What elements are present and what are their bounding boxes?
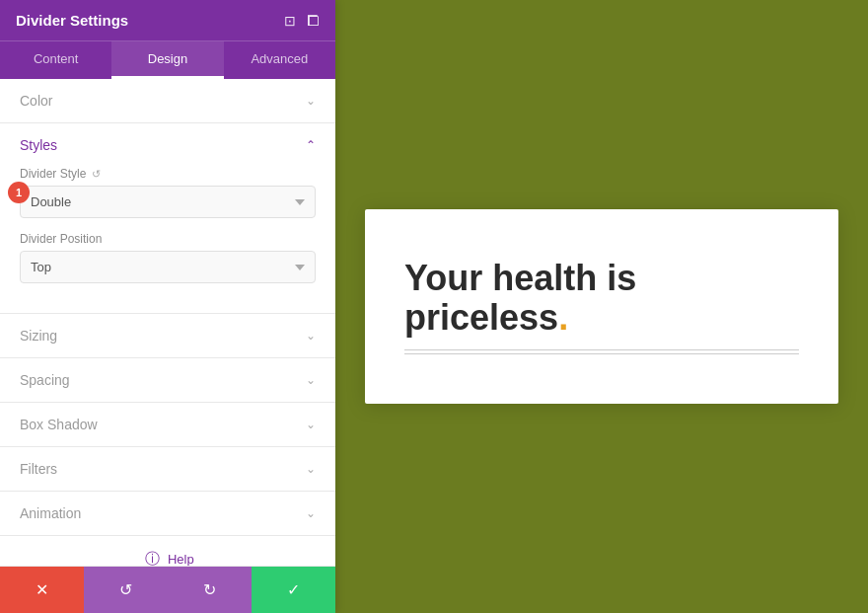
redo-button[interactable]: ↻ [168,567,252,613]
preview-dot: . [558,297,568,338]
preview-area: Your health is priceless. [335,0,868,613]
preview-text-main: Your health is priceless [404,258,636,338]
preview-heading: Your health is priceless. [404,259,799,337]
section-animation: Animation ⌄ [0,492,335,536]
help-label[interactable]: Help [168,552,194,566]
chevron-down-icon: ⌄ [306,506,316,520]
panel-footer: ✕ ↺ ↻ ✓ [0,566,335,613]
chevron-down-icon: ⌄ [306,329,316,343]
section-box-shadow-header[interactable]: Box Shadow ⌄ [0,403,335,446]
settings-panel: Divider Settings ⊡ ⧠ Content Design Adva… [0,0,335,613]
help-icon: ⓘ [145,550,160,566]
undo-button[interactable]: ↺ [84,567,168,613]
section-sizing-label: Sizing [20,328,57,344]
section-sizing-header[interactable]: Sizing ⌄ [0,314,335,357]
styles-content: 1 Divider Style ↺ Solid Dashed Dotted Do… [0,167,335,313]
section-animation-label: Animation [20,505,81,521]
columns-icon[interactable]: ⧠ [306,13,320,29]
divider-style-select[interactable]: Solid Dashed Dotted Double [20,186,316,218]
section-color-label: Color [20,93,52,109]
tab-content[interactable]: Content [0,41,111,79]
section-color-header[interactable]: Color ⌄ [0,79,335,122]
panel-tabs: Content Design Advanced [0,40,335,79]
section-styles-header[interactable]: Styles ⌃ [0,123,335,167]
divider-line-2 [404,353,799,354]
chevron-down-icon: ⌄ [306,462,316,476]
section-styles: Styles ⌃ 1 Divider Style ↺ Solid Dashed … [0,123,335,314]
chevron-down-icon: ⌄ [306,94,316,108]
section-styles-label: Styles [20,137,57,153]
help-area: ⓘ Help [0,536,335,566]
chevron-up-icon: ⌃ [306,138,316,152]
section-animation-header[interactable]: Animation ⌄ [0,492,335,535]
panel-title: Divider Settings [16,12,128,29]
section-box-shadow-label: Box Shadow [20,417,98,432]
cancel-button[interactable]: ✕ [0,567,84,613]
step-indicator-1: 1 [8,182,30,203]
divider-position-select[interactable]: Top Center Bottom [20,251,316,283]
divider-line-1 [404,349,799,350]
divider-style-label: Divider Style ↺ [20,167,316,181]
header-icons: ⊡ ⧠ [284,13,320,29]
section-color: Color ⌄ [0,79,335,123]
tab-advanced[interactable]: Advanced [224,41,335,79]
section-sizing: Sizing ⌄ [0,314,335,358]
section-spacing-header[interactable]: Spacing ⌄ [0,358,335,402]
save-button[interactable]: ✓ [252,567,335,613]
section-filters-header[interactable]: Filters ⌄ [0,447,335,491]
panel-header: Divider Settings ⊡ ⧠ [0,0,335,40]
field-divider-position: Divider Position Top Center Bottom [20,232,316,283]
section-filters: Filters ⌄ [0,447,335,492]
chevron-down-icon: ⌄ [306,373,316,387]
preview-card: Your health is priceless. [365,209,838,403]
section-box-shadow: Box Shadow ⌄ [0,403,335,447]
divider-position-label: Divider Position [20,232,316,246]
panel-body: Color ⌄ Styles ⌃ 1 Divider Style ↺ [0,79,335,566]
section-spacing-label: Spacing [20,372,70,388]
reset-icon[interactable]: ↺ [92,168,101,181]
expand-icon[interactable]: ⊡ [284,13,296,29]
tab-design[interactable]: Design [111,41,223,79]
section-filters-label: Filters [20,461,57,477]
section-spacing: Spacing ⌄ [0,358,335,403]
field-divider-style: 1 Divider Style ↺ Solid Dashed Dotted Do… [20,167,316,218]
chevron-down-icon: ⌄ [306,418,316,431]
